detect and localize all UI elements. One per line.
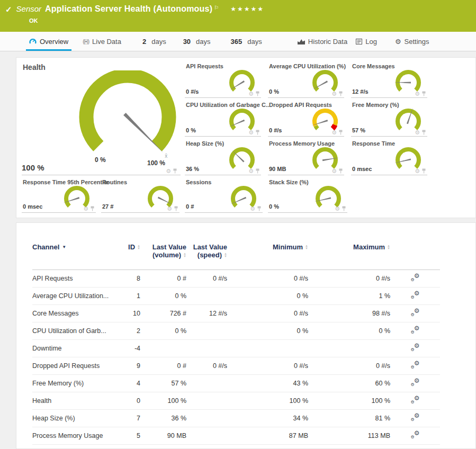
gauge-settings-icon[interactable]: ⚙ [248,91,254,96]
tab-30-days[interactable]: 30days [183,32,211,51]
pin-icon[interactable] [90,206,95,211]
cell-last_volume: 726 # [142,304,188,322]
table-row-dropped-api-requests: Dropped API Requests90 #0 #/s0 #/s0 #/s⚙… [32,357,440,374]
column-header-minimum[interactable]: Minimum▲▼ [229,238,310,270]
cell-id: 9 [120,357,142,374]
pin-icon[interactable] [174,206,178,211]
channel-settings-icon[interactable]: ⚙⚙ [411,273,420,282]
gauge-settings-icon[interactable]: ⚙ [250,206,255,211]
tab-2-days[interactable]: 2days [142,32,166,51]
gauge-tile-response-time-95th-percentile: Response Time 95th Percentile0 msec⚙ [22,178,99,214]
divider [351,97,427,98]
channel-settings-icon[interactable]: ⚙⚙ [411,361,420,369]
channel-settings-icon[interactable]: ⚙⚙ [411,413,420,421]
channel-settings-icon[interactable]: ⚙⚙ [411,396,420,404]
channel-settings-icon[interactable]: ⚙⚙ [411,291,420,299]
gauge-tile-response-time: Response Time0 msec⚙ [351,139,430,176]
gauge-settings-icon[interactable]: ⚙ [167,206,172,211]
row-actions-cell: ⚙⚙ [392,427,440,444]
tab-365-days[interactable]: 365days [231,32,262,51]
divider [185,175,261,175]
gauge-settings-icon[interactable]: ⚙ [415,91,420,96]
tab-label: days [196,38,210,46]
tab-log[interactable]: Log [356,32,377,51]
channel-table: Channel▼ID▲▼Last Value(volume)▲▼Last Val… [32,238,440,445]
cell-channel: Downtime [32,339,120,357]
gauge-settings-icon[interactable]: ⚙ [331,91,337,96]
sensor-status-header: ✓ Sensor Application Server Health (Auto… [0,0,476,32]
pin-icon[interactable] [257,206,262,211]
table-row-health: Health0100 %100 %100 %⚙⚙ [32,392,440,409]
pin-icon[interactable] [338,91,343,96]
column-header-last_volume[interactable]: Last Value(volume)▲▼ [142,238,188,270]
cell-maximum: 81 % [310,409,392,427]
object-kind-label: Sensor [16,4,42,13]
row-actions-cell: ⚙⚙ [392,339,440,357]
gauge-tile-free-memory: Free Memory (%)57 %⚙ [351,101,430,138]
tab-overview[interactable]: Overview [29,32,68,51]
gauge-value: 0 % [269,203,279,210]
column-label: ID [128,243,135,251]
gear-icon: ⚙ [395,38,401,46]
cell-maximum: 98 #/s [310,304,392,322]
tab-live-data[interactable]: ((•))Live Data [83,32,121,51]
channel-settings-icon[interactable]: ⚙⚙ [411,308,420,317]
cell-maximum: 113 MB [310,427,392,444]
priority-stars[interactable]: ★★★★★ [230,5,264,13]
channel-settings-icon[interactable]: ⚙⚙ [411,430,420,439]
gauge-tile-core-messages: Core Messages12 #/s⚙ [351,62,430,99]
pin-icon[interactable] [421,91,426,96]
channel-settings-icon[interactable]: ⚙⚙ [411,343,420,352]
gauge-settings-icon[interactable]: ⚙ [331,130,337,135]
cell-minimum: 0 #/s [229,357,310,374]
table-row-api-requests: API Requests80 #0 #/s0 #/s0 #/s⚙⚙ [32,270,440,287]
cell-id: 5 [120,427,142,444]
pin-icon[interactable] [255,130,260,135]
sort-icon: ▲▼ [224,253,227,257]
gauge-settings-icon[interactable]: ⚙ [166,168,171,174]
pin-icon[interactable] [173,168,177,174]
pin-icon[interactable] [342,206,346,211]
priority-flag-icon[interactable]: ⚐ [214,5,219,11]
divider [268,97,344,98]
gauge-value: 36 % [186,166,199,172]
column-header-maximum[interactable]: Maximum▲▼ [310,238,392,270]
sort-desc-icon: ▼ [62,245,66,249]
gauge-settings-icon[interactable]: ⚙ [415,130,420,135]
pin-icon[interactable] [255,168,260,174]
table-row-downtime: Downtime-4⚙⚙ [32,339,440,357]
gauge-tile-average-cpu-utilization: Average CPU Utilization (%)0 %⚙ [268,62,347,99]
tab-label: days [151,38,166,46]
gauge-settings-icon[interactable]: ⚙ [415,168,420,174]
pin-icon[interactable] [421,168,426,174]
chart-icon [298,39,305,44]
cell-channel: CPU Utilization of Garb... [32,322,120,339]
channel-settings-icon[interactable]: ⚙⚙ [411,378,420,387]
tab-historic-data[interactable]: Historic Data [298,32,347,51]
cell-channel: Health [32,392,120,409]
column-header-id[interactable]: ID▲▼ [120,238,142,270]
pin-icon[interactable] [255,91,260,96]
gauge-settings-icon[interactable]: ⚙ [331,168,337,174]
pin-icon[interactable] [338,130,343,135]
table-header-row: Channel▼ID▲▼Last Value(volume)▲▼Last Val… [32,238,440,270]
gauge-settings-icon[interactable]: ⚙ [248,130,254,135]
gauge-title: Health [23,63,46,71]
gauge-settings-icon[interactable]: ⚙ [248,168,254,174]
channel-settings-icon[interactable]: ⚙⚙ [411,326,420,334]
pin-icon[interactable] [421,130,426,135]
gauge-settings-icon[interactable]: ⚙ [83,206,88,211]
column-header-last_speed[interactable]: Last Value(speed)▲▼ [188,238,229,270]
cell-channel: Free Memory (%) [32,374,120,392]
divider [185,136,261,137]
tab-settings[interactable]: ⚙Settings [395,32,429,51]
cell-maximum: 0 #/s [310,270,392,287]
cell-last_speed [188,287,229,304]
pin-icon[interactable] [338,168,343,174]
gauge-settings-icon[interactable]: ⚙ [335,206,340,211]
row-actions-cell: ⚙⚙ [392,409,440,427]
cell-last_volume [142,339,188,357]
cell-minimum: 87 MB [229,427,310,444]
column-header-channel[interactable]: Channel▼ [32,238,120,270]
gauge-tile-process-memory-usage: Process Memory Usage90 MB⚙ [268,139,347,176]
